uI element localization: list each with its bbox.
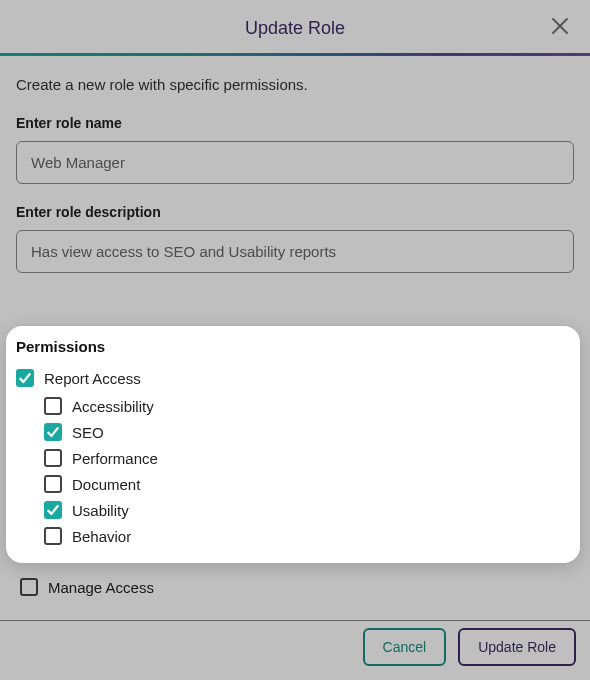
accessibility-checkbox[interactable] (44, 397, 62, 415)
role-name-label: Enter role name (16, 115, 574, 131)
report-access-label: Report Access (44, 370, 141, 387)
behavior-label: Behavior (72, 528, 131, 545)
document-checkbox[interactable] (44, 475, 62, 493)
document-label: Document (72, 476, 140, 493)
performance-label: Performance (72, 450, 158, 467)
permission-row-performance: Performance (16, 445, 570, 471)
cancel-button[interactable]: Cancel (363, 628, 447, 666)
behavior-checkbox[interactable] (44, 527, 62, 545)
dialog-title: Update Role (245, 18, 345, 39)
dialog-header: Update Role (0, 0, 590, 53)
accessibility-label: Accessibility (72, 398, 154, 415)
role-desc-input[interactable] (16, 230, 574, 273)
update-role-button[interactable]: Update Role (458, 628, 576, 666)
footer-actions: Cancel Update Role (363, 628, 576, 666)
dialog-body: Create a new role with specific permissi… (0, 56, 590, 293)
close-icon (550, 16, 570, 36)
role-name-field: Enter role name (16, 115, 574, 184)
report-access-checkbox[interactable] (16, 369, 34, 387)
performance-checkbox[interactable] (44, 449, 62, 467)
seo-label: SEO (72, 424, 104, 441)
footer-separator (0, 620, 590, 621)
manage-access-label: Manage Access (48, 579, 154, 596)
permission-row-seo: SEO (16, 419, 570, 445)
permission-row-document: Document (16, 471, 570, 497)
report-access-row: Report Access (16, 365, 570, 391)
usability-label: Usability (72, 502, 129, 519)
close-button[interactable] (546, 12, 574, 40)
permission-row-usability: Usability (16, 497, 570, 523)
permissions-label: Permissions (16, 338, 570, 355)
role-desc-label: Enter role description (16, 204, 574, 220)
role-name-input[interactable] (16, 141, 574, 184)
manage-access-row: Manage Access (0, 574, 590, 600)
report-access-children: AccessibilitySEOPerformanceDocumentUsabi… (16, 393, 570, 549)
usability-checkbox[interactable] (44, 501, 62, 519)
manage-access-checkbox[interactable] (20, 578, 38, 596)
permission-row-behavior: Behavior (16, 523, 570, 549)
permissions-section: Permissions Report Access AccessibilityS… (6, 326, 580, 563)
seo-checkbox[interactable] (44, 423, 62, 441)
role-desc-field: Enter role description (16, 204, 574, 273)
permission-row-accessibility: Accessibility (16, 393, 570, 419)
intro-text: Create a new role with specific permissi… (16, 76, 574, 93)
